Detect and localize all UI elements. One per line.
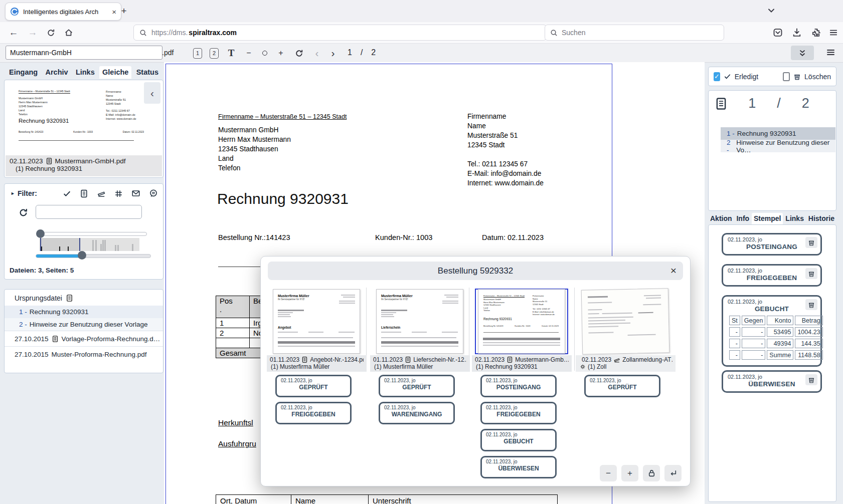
stamp-geprueft[interactable]: 02.11.2023, jo GEPRÜFT xyxy=(379,375,455,397)
view-page-2-button[interactable]: 2 xyxy=(208,47,221,60)
close-tab-icon[interactable]: × xyxy=(112,8,116,16)
page-item-1[interactable]: 1 - Rechnung 9320931 xyxy=(721,127,835,140)
zoom-out-button[interactable]: − xyxy=(242,47,255,60)
filter-grid-icon[interactable] xyxy=(114,189,123,198)
browser-tab[interactable]: Intelligentes digitales Arch × xyxy=(5,3,121,21)
tab-aktion[interactable]: Aktion xyxy=(708,213,734,224)
doc-thumbnail-selected[interactable]: Firmenname – Musterstraße 51 – 12345 Sta… xyxy=(475,289,568,354)
page-item-2[interactable]: 2 - Hinweise zur Benutzung dieser Vo… xyxy=(721,140,835,152)
collapse-toolbar-button[interactable] xyxy=(791,46,814,60)
zoom-slider-track[interactable] xyxy=(36,254,151,258)
zoom-in-button[interactable]: + xyxy=(274,47,287,60)
list-tabs-chevron-icon[interactable] xyxy=(766,6,776,16)
lock-button[interactable] xyxy=(643,465,660,481)
modal-title: Bestellung 5929332 xyxy=(438,266,513,276)
filter-scanner-icon[interactable] xyxy=(97,189,106,198)
zoom-reset-button[interactable] xyxy=(258,47,271,60)
source-page-item-1[interactable]: 1 - Rechnung 9320931 xyxy=(5,306,163,318)
modal-close-icon[interactable]: × xyxy=(670,265,677,277)
stamp-geprueft[interactable]: 02.11.2023, jo GEPRÜFT xyxy=(275,375,352,397)
forward-button[interactable]: → xyxy=(25,25,40,40)
pocket-icon[interactable] xyxy=(773,28,783,38)
stamp-gebucht[interactable]: 02.11.2023, jo GEBUCHT St Gegen Konto Be… xyxy=(722,295,822,367)
stamp-posteingang[interactable]: 02.11.2023, jo POSTEINGANG xyxy=(480,375,557,397)
prev-page-button[interactable]: ‹ xyxy=(310,47,323,60)
menu-hamburger-icon[interactable] xyxy=(828,28,838,38)
modal-header: Bestellung 5929332 × xyxy=(268,262,683,280)
extensions-puzzle-icon[interactable] xyxy=(811,28,821,38)
doc-thumbnail[interactable] xyxy=(579,289,672,354)
doc-section-herkunftsland: Herkunftsl xyxy=(218,418,253,427)
document-thumbnail[interactable]: Firmenname – Musterstraße 51 – 12345 Sta… xyxy=(6,81,162,155)
reload-button[interactable] xyxy=(43,25,58,40)
tab-stempel[interactable]: Stempel xyxy=(752,213,783,224)
range-slider-track[interactable] xyxy=(40,232,147,236)
tab-historie[interactable]: Historie xyxy=(806,213,836,224)
stamp-freigegeben[interactable]: 02.11.2023, jo FREIGEGEBEN xyxy=(722,264,822,287)
range-slider-handle-start[interactable] xyxy=(36,229,45,238)
text-tool-button[interactable]: T xyxy=(225,47,238,60)
stamp-posteingang[interactable]: 02.11.2023, jo POSTEINGANG xyxy=(722,233,822,256)
doc-thumbnail[interactable]: Musterfirma Müller Ihr Servicepartner fü… xyxy=(373,289,466,354)
file-list-item-selected[interactable]: 02.11.2023 Mustermann-GmbH.pdf (1) Rechn… xyxy=(6,155,162,176)
delete-stamp-button[interactable] xyxy=(805,299,817,310)
zoom-slider-handle[interactable] xyxy=(78,251,86,260)
filter-text-input[interactable] xyxy=(36,205,142,219)
doc-signature-table: Ort, DatumNameUnterschrift xyxy=(216,494,558,504)
doc-customer-no: Kunden-Nr.: 1003 xyxy=(375,233,432,241)
tab-gleiche[interactable]: Gleiche xyxy=(99,66,131,79)
related-file-item[interactable]: 27.10.2015 Vorlage-Proforma-Rechnung.d… xyxy=(5,331,163,346)
done-checkbox[interactable]: ✓ xyxy=(714,72,720,81)
stamp-ueberwiesen[interactable]: 02.11.2023, jo ÜBERWIESEN xyxy=(480,456,557,478)
collapse-sidebar-button[interactable]: ‹ xyxy=(144,82,160,104)
refresh-icon[interactable] xyxy=(19,208,28,217)
filter-document-icon[interactable] xyxy=(80,189,88,198)
related-file-item[interactable]: 27.10.2015 Muster-Proforma-Rechnung.pdf xyxy=(5,346,163,362)
booking-table: St Gegen Konto Betrag -- 534951004.23 --… xyxy=(728,314,824,362)
filter-comment-icon[interactable] xyxy=(149,189,158,198)
tab-links[interactable]: Links xyxy=(73,66,98,79)
home-button[interactable] xyxy=(61,25,76,40)
back-button[interactable]: ← xyxy=(6,25,21,40)
detach-window-button[interactable] xyxy=(664,465,682,481)
source-file-title: Ursprungsdatei xyxy=(15,294,62,302)
tab-info[interactable]: Info xyxy=(734,213,751,224)
doc-caption: 01.11.2023 Lieferschein-Nr.-12… (1) Must… xyxy=(370,355,470,372)
delete-stamp-button[interactable] xyxy=(805,268,817,279)
stamp-freigegeben[interactable]: 02.11.2023, jo FREIGEGEBEN xyxy=(275,402,352,424)
filter-check-icon[interactable] xyxy=(63,189,71,198)
doc-thumbnail[interactable]: Musterfirma Müller Ihr Servicepartner fü… xyxy=(270,289,363,354)
filename-input[interactable] xyxy=(6,46,162,60)
source-page-item-2[interactable]: 2 - Hinweise zur Benutzung dieser Vorlag… xyxy=(5,318,163,331)
url-bar[interactable]: https://dms.spiraltrax.com xyxy=(133,25,547,41)
stamp-geprueft[interactable]: 02.11.2023, jo GEPRÜFT xyxy=(584,375,660,397)
filter-label[interactable]: ►Filter: xyxy=(11,189,37,197)
toolbar-menu-icon[interactable] xyxy=(825,47,836,58)
doc-order-no: Bestellung Nr.:141423 xyxy=(218,233,290,241)
stamp-ueberwiesen[interactable]: 02.11.2023, jo ÜBERWIESEN xyxy=(722,370,822,393)
tab-links[interactable]: Links xyxy=(783,213,806,224)
stamp-freigegeben[interactable]: 02.11.2023, jo FREIGEGEBEN xyxy=(480,402,557,424)
timeline-histogram[interactable] xyxy=(40,238,139,251)
search-box[interactable]: Suchen xyxy=(545,25,724,41)
tab-eingang[interactable]: Eingang xyxy=(6,66,41,79)
stamp-gebucht[interactable]: 02.11.2023, jo GEBUCHT xyxy=(480,429,557,451)
filter-mail-icon[interactable] xyxy=(131,189,140,198)
doc-caption: 01.11.2023 Angebot-Nr.-1234.pdf (1) Must… xyxy=(267,355,367,372)
new-tab-button[interactable]: + xyxy=(117,5,130,18)
doc-date: Datum: 02.11.2023 xyxy=(482,233,544,241)
next-page-button[interactable]: › xyxy=(326,47,340,60)
tab-status[interactable]: Status xyxy=(133,66,161,79)
tab-archiv[interactable]: Archiv xyxy=(42,66,71,79)
rotate-icon[interactable] xyxy=(292,47,305,60)
delete-stamp-button[interactable] xyxy=(805,374,817,385)
delete-stamp-button[interactable] xyxy=(805,237,817,248)
download-icon[interactable] xyxy=(792,28,802,38)
delete-checkbox[interactable] xyxy=(783,72,790,81)
search-icon xyxy=(550,29,558,37)
zoom-out-button[interactable]: − xyxy=(600,465,617,481)
stamp-wareneingang[interactable]: 02.11.2023, jo WARENEINGANG xyxy=(379,402,455,424)
zoom-in-button[interactable]: + xyxy=(621,465,638,481)
document-icon xyxy=(301,356,308,363)
view-page-1-button[interactable]: 1 xyxy=(191,47,204,60)
